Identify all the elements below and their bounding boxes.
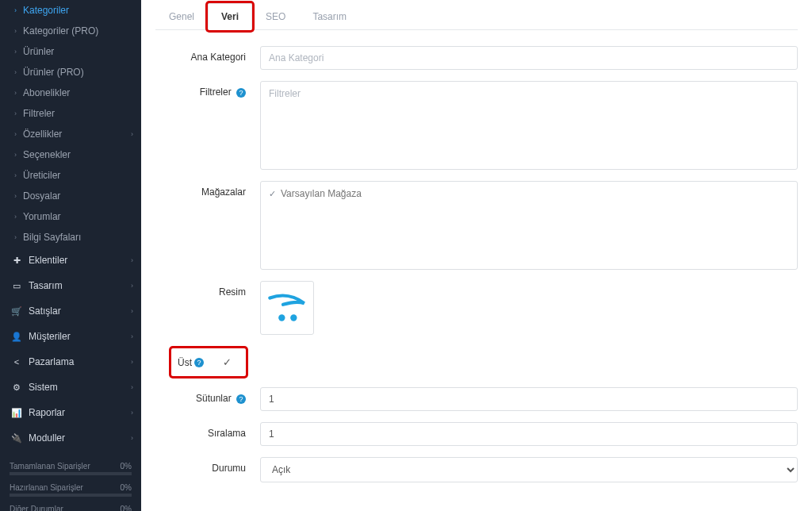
chevron-right-icon: › — [14, 89, 17, 97]
stat-bar — [10, 494, 132, 497]
sidebar-item-kategoriler[interactable]: › Kategoriler — [0, 0, 141, 21]
stat-row-processing: Hazırlanan Siparişler 0% — [10, 480, 132, 494]
sidebar-item-secenekler[interactable]: › Seçenekler — [0, 144, 141, 165]
label-resim: Resim — [155, 281, 260, 298]
siralama-input[interactable] — [260, 422, 798, 446]
sidebar-item-label: Moduller — [29, 432, 65, 444]
sidebar-item-abonelikler[interactable]: › Abonelikler — [0, 83, 141, 103]
sidebar-item-sistem[interactable]: ⚙ Sistem › — [0, 375, 141, 400]
sidebar-item-label: Filtreler — [23, 108, 55, 119]
ust-checkbox[interactable]: ✓ — [215, 353, 239, 371]
sidebar-item-label: Dosyalar — [23, 190, 60, 202]
help-icon[interactable]: ? — [194, 358, 204, 367]
tab-seo[interactable]: SEO — [252, 3, 299, 29]
sidebar-item-raporlar[interactable]: 📊 Raporlar › — [0, 400, 141, 425]
user-icon: 👤 — [11, 332, 22, 342]
label-ana-kategori: Ana Kategori — [155, 46, 260, 63]
puzzle-icon: ✚ — [11, 256, 22, 266]
chevron-right-icon: › — [131, 383, 133, 391]
chevron-right-icon: › — [14, 110, 17, 117]
chevron-right-icon: › — [14, 171, 17, 179]
chevron-right-icon: › — [14, 48, 17, 56]
sidebar-item-label: Satışlar — [29, 305, 61, 317]
chevron-right-icon: › — [14, 27, 17, 35]
share-icon: < — [11, 357, 22, 367]
ana-kategori-input[interactable] — [260, 46, 798, 70]
sidebar-item-tasarim[interactable]: ▭ Tasarım › — [0, 273, 141, 298]
sidebar-item-label: Pazarlama — [29, 356, 74, 367]
filtreler-box[interactable] — [260, 81, 798, 170]
chevron-right-icon: › — [131, 130, 133, 138]
sidebar-item-label: Sistem — [29, 382, 58, 393]
stat-label: Hazırlanan Siparişler — [10, 483, 83, 492]
chevron-right-icon: › — [14, 6, 17, 14]
durumu-select[interactable]: Açık — [260, 457, 798, 482]
sidebar-item-filtreler[interactable]: › Filtreler — [0, 103, 141, 124]
sidebar-item-kategoriler-pro[interactable]: › Kategoriler (PRO) — [0, 21, 141, 41]
sidebar-item-label: Ürünler (PRO) — [23, 67, 84, 78]
chevron-right-icon: › — [14, 213, 17, 221]
tab-tasarim[interactable]: Tasarım — [299, 3, 360, 29]
row-filtreler: Filtreler ? — [155, 81, 798, 170]
sidebar-item-pazarlama[interactable]: < Pazarlama › — [0, 349, 141, 375]
sidebar-item-moduller[interactable]: 🔌 Moduller › — [0, 425, 141, 451]
row-ust: Üst ? ✓ — [155, 346, 798, 376]
chevron-right-icon: › — [131, 409, 133, 417]
sidebar-item-ureticiler[interactable]: › Üreticiler — [0, 165, 141, 186]
help-icon[interactable]: ? — [236, 394, 246, 404]
main: Genel Veri SEO Tasarım Ana Kategori Filt… — [141, 0, 812, 511]
sidebar-item-label: Seçenekler — [23, 149, 71, 160]
chevron-right-icon: › — [131, 434, 133, 442]
label-filtreler: Filtreler ? — [155, 81, 260, 98]
sidebar-item-urunler-pro[interactable]: › Ürünler (PRO) — [0, 62, 141, 83]
sidebar-item-label: Özellikler — [23, 129, 62, 140]
label-siralama: Sıralama — [155, 422, 260, 439]
chevron-right-icon: › — [14, 130, 17, 138]
row-siralama: Sıralama — [155, 422, 798, 446]
stat-value: 0% — [121, 462, 132, 471]
sidebar-item-dosyalar[interactable]: › Dosyalar — [0, 186, 141, 206]
sidebar-item-eklentiler[interactable]: ✚ Eklentiler › — [0, 248, 141, 273]
sidebar-item-urunler[interactable]: › Ürünler — [0, 41, 141, 62]
stat-label: Diğer Durumlar — [10, 505, 63, 511]
chevron-right-icon: › — [14, 233, 17, 241]
row-sutunlar: Sütunlar ? — [155, 387, 798, 411]
sidebar-item-label: Üreticiler — [23, 170, 60, 181]
opencart-logo-icon — [267, 290, 307, 325]
svg-point-0 — [278, 314, 285, 321]
sutunlar-input[interactable] — [260, 387, 798, 411]
chevron-right-icon: › — [131, 358, 133, 366]
sidebar-item-label: Raporlar — [29, 407, 65, 418]
check-icon: ✓ — [223, 356, 232, 368]
bar-chart-icon: 📊 — [11, 408, 22, 418]
magazalar-box[interactable]: ✓ Varsayılan Mağaza — [260, 181, 798, 270]
store-label: Varsayılan Mağaza — [281, 188, 362, 199]
label-sutunlar: Sütunlar ? — [155, 387, 260, 404]
chevron-right-icon: › — [131, 332, 133, 340]
filtreler-input[interactable] — [269, 88, 789, 99]
sidebar-item-label: Abonelikler — [23, 87, 70, 98]
sidebar-item-label: Kategoriler (PRO) — [23, 25, 98, 36]
chevron-right-icon: › — [131, 256, 133, 264]
cart-icon: 🛒 — [11, 306, 22, 317]
row-magazalar: Mağazalar ✓ Varsayılan Mağaza — [155, 181, 798, 270]
sidebar-item-bilgi-sayfalari[interactable]: › Bilgi Sayfaları — [0, 227, 141, 248]
svg-point-1 — [290, 314, 297, 321]
sidebar-item-ozellikler[interactable]: › Özellikler › — [0, 124, 141, 144]
sidebar: › Kategoriler › Kategoriler (PRO) › Ürün… — [0, 0, 141, 511]
image-thumbnail[interactable] — [260, 281, 314, 335]
sidebar-item-label: Kategoriler — [23, 5, 69, 16]
tab-genel[interactable]: Genel — [155, 3, 208, 29]
plug-icon: 🔌 — [11, 433, 22, 444]
sidebar-item-label: Tasarım — [29, 280, 63, 291]
sidebar-item-musteriler[interactable]: 👤 Müşteriler › — [0, 324, 141, 349]
store-default[interactable]: ✓ Varsayılan Mağaza — [269, 188, 789, 199]
sidebar-item-yorumlar[interactable]: › Yorumlar — [0, 206, 141, 227]
label-durumu: Durumu — [155, 457, 260, 474]
sidebar-item-satislar[interactable]: 🛒 Satışlar › — [0, 298, 141, 324]
chevron-right-icon: › — [131, 282, 133, 290]
help-icon[interactable]: ? — [236, 88, 246, 98]
tab-veri[interactable]: Veri — [208, 3, 252, 30]
chevron-right-icon: › — [14, 151, 17, 159]
stat-label: Tamamlanan Siparişler — [10, 462, 90, 471]
